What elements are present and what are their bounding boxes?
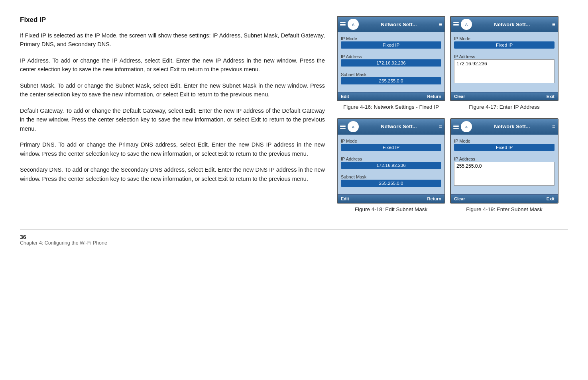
phone-header-left: A [340, 19, 359, 30]
phone-footer-4-17: Clear Exit [451, 92, 558, 100]
svg-text:A: A [352, 23, 355, 27]
clear-button-17[interactable]: Clear [454, 94, 465, 99]
figures-row-bottom: A Network Sett... ≡ IP Mode Fixed IP [337, 118, 568, 214]
phone-footer-4-18: Edit Return [338, 194, 444, 203]
edit-button-18[interactable]: Edit [341, 196, 349, 201]
paragraph-4: Default Gateway. To add or change the De… [20, 106, 325, 133]
phone-title-4-18: Network Sett... [381, 123, 417, 129]
page-number: 36 [20, 234, 568, 240]
ipmode-label-17: IP Mode [454, 36, 555, 41]
paragraph-2: IP Address. To add or change the IP Addr… [20, 56, 325, 74]
menu-icon-18[interactable] [340, 125, 346, 129]
phone-header-left-18: A [340, 121, 359, 132]
subnet-label: Subnet Mask [341, 72, 441, 77]
phone-screen-4-19: A Network Sett... ≡ IP Mode Fixed IP [450, 118, 559, 204]
ipmode-value: Fixed IP [341, 41, 441, 49]
figure-4-18-caption: Figure 4-18: Edit Subnet Mask [355, 206, 427, 214]
phone-row-subnet-18: Subnet Mask 255.255.0.0 [338, 173, 444, 188]
ipmode-value-19: Fixed IP [454, 144, 555, 151]
return-button[interactable]: Return [427, 94, 441, 99]
phone-logo-18: A [348, 121, 359, 132]
right-content: A Network Sett... ≡ IP Mode Fixed IP [337, 16, 568, 214]
figure-4-19-caption: Figure 4-19: Enter Subnet Mask [466, 206, 542, 214]
phone-screen-4-17: A Network Sett... ≡ IP Mode Fixed IP [450, 16, 559, 101]
ipaddr-label: IP Address [341, 54, 441, 59]
phone-header-4-18: A Network Sett... ≡ [338, 119, 444, 135]
phone-header-4-17: A Network Sett... ≡ [451, 17, 558, 32]
paragraph-3: Subnet Mask. To add or change the Subnet… [20, 81, 325, 99]
svg-text:A: A [352, 125, 355, 129]
ipaddr-input-19[interactable]: 255.255.0.0 [454, 162, 555, 186]
figures-row-top: A Network Sett... ≡ IP Mode Fixed IP [337, 16, 568, 111]
figure-4-19: A Network Sett... ≡ IP Mode Fixed IP [450, 118, 559, 214]
svg-text:A: A [465, 125, 468, 129]
chapter-text: Chapter 4: Configuring the Wi-Fi Phone [20, 240, 568, 246]
ipaddr-label-19: IP Address [454, 157, 555, 161]
phone-body-4-18: IP Mode Fixed IP IP Address 172.16.92.23… [338, 135, 444, 194]
signal-icon: ≡ [439, 21, 442, 27]
phone-header-4-19: A Network Sett... ≡ [451, 119, 558, 135]
left-content: Fixed IP If Fixed IP is selected as the … [20, 16, 337, 214]
phone-row-ipmode-19: IP Mode Fixed IP [451, 137, 558, 153]
phone-row-ipaddr-17: IP Address 172.16.92.236 [451, 53, 558, 85]
phone-footer-4-16: Edit Return [338, 92, 444, 100]
phone-header-left-19: A [453, 121, 472, 132]
phone-body-4-19: IP Mode Fixed IP IP Address 255.255.0.0 [451, 135, 558, 194]
phone-header-left-17: A [453, 19, 472, 30]
phone-title-4-19: Network Sett... [494, 123, 530, 129]
subnet-label-18: Subnet Mask [341, 174, 441, 179]
ipmode-value-17: Fixed IP [454, 41, 555, 49]
phone-row-subnet: Subnet Mask 255.255.0.0 [338, 71, 444, 86]
ipaddr-label-18: IP Address [341, 157, 441, 161]
phone-screen-4-16: A Network Sett... ≡ IP Mode Fixed IP [337, 16, 445, 101]
exit-button-19[interactable]: Exit [547, 196, 555, 201]
phone-row-ipmode-17: IP Mode Fixed IP [451, 35, 558, 50]
ipaddr-value: 172.16.92.236 [341, 59, 441, 67]
signal-icon-17: ≡ [552, 21, 555, 27]
figure-4-16: A Network Sett... ≡ IP Mode Fixed IP [337, 16, 445, 111]
phone-row-ipmode-18: IP Mode Fixed IP [338, 137, 444, 153]
ipmode-label: IP Mode [341, 36, 441, 41]
figure-4-18: A Network Sett... ≡ IP Mode Fixed IP [337, 118, 445, 214]
svg-text:A: A [465, 23, 468, 27]
phone-title-4-17: Network Sett... [494, 22, 530, 27]
signal-icon-19: ≡ [552, 123, 555, 130]
figure-4-17: A Network Sett... ≡ IP Mode Fixed IP [450, 16, 559, 111]
phone-body-4-17: IP Mode Fixed IP IP Address 172.16.92.23… [451, 32, 558, 92]
menu-icon[interactable] [340, 22, 346, 26]
ipmode-label-18: IP Mode [341, 139, 441, 143]
ipaddr-input-17[interactable]: 172.16.92.236 [454, 59, 555, 83]
phone-logo-19: A [461, 121, 472, 132]
phone-row-ipaddr-18: IP Address 172.16.92.236 [338, 155, 444, 170]
page-layout: Fixed IP If Fixed IP is selected as the … [20, 16, 568, 214]
phone-row-ipmode: IP Mode Fixed IP [338, 35, 444, 50]
phone-title-4-16: Network Sett... [381, 22, 417, 27]
phone-header-4-16: A Network Sett... ≡ [338, 17, 444, 32]
footer: 36 Chapter 4: Configuring the Wi-Fi Phon… [20, 229, 568, 246]
phone-footer-4-19: Clear Exit [451, 194, 558, 203]
clear-button-19[interactable]: Clear [454, 196, 465, 201]
figure-4-16-caption: Figure 4-16: Network Settings - Fixed IP [343, 104, 439, 111]
exit-button-17[interactable]: Exit [547, 94, 555, 99]
paragraph-6: Secondary DNS. To add or change the Seco… [20, 165, 325, 183]
phone-screen-4-18: A Network Sett... ≡ IP Mode Fixed IP [337, 118, 445, 204]
phone-logo: A [348, 19, 359, 30]
phone-logo-17: A [461, 19, 472, 30]
phone-body-4-16: IP Mode Fixed IP IP Address 172.16.92.23… [338, 32, 444, 92]
signal-icon-18: ≡ [439, 123, 442, 130]
return-button-18[interactable]: Return [427, 196, 441, 201]
phone-row-ipaddr-19: IP Address 255.255.0.0 [451, 155, 558, 187]
ipaddr-value-18: 172.16.92.236 [341, 162, 441, 169]
ipaddr-label-17: IP Address [454, 54, 555, 59]
menu-icon-19[interactable] [453, 125, 459, 129]
phone-row-ipaddr: IP Address 172.16.92.236 [338, 53, 444, 68]
paragraph-5: Primary DNS. To add or change the Primar… [20, 140, 325, 158]
edit-button[interactable]: Edit [341, 94, 349, 99]
paragraph-1: If Fixed IP is selected as the IP Mode, … [20, 31, 325, 49]
subnet-value: 255.255.0.0 [341, 77, 441, 84]
ipmode-value-18: Fixed IP [341, 144, 441, 151]
page-title: Fixed IP [20, 16, 325, 24]
subnet-value-18: 255.255.0.0 [341, 180, 441, 187]
menu-icon-17[interactable] [453, 22, 459, 26]
figure-4-17-caption: Figure 4-17: Enter IP Address [469, 104, 540, 111]
